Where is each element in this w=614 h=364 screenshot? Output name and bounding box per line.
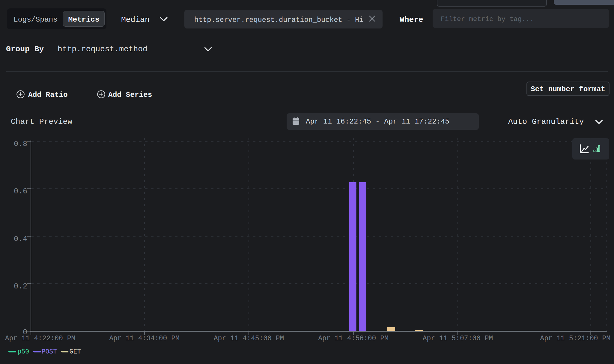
svg-text:0.2: 0.2 (14, 282, 27, 291)
svg-text:0.4: 0.4 (14, 235, 27, 243)
svg-text:Apr 11 4:56:00 PM: Apr 11 4:56:00 PM (318, 335, 389, 342)
svg-text:Apr 11 4:45:00 PM: Apr 11 4:45:00 PM (214, 335, 284, 342)
svg-text:Apr 11 5:21:00 PM: Apr 11 5:21:00 PM (540, 335, 610, 342)
svg-text:0.8: 0.8 (14, 140, 27, 148)
svg-text:GET: GET (70, 348, 81, 355)
svg-text:Apr 11 4:22:00 PM: Apr 11 4:22:00 PM (5, 335, 76, 342)
svg-text:0.6: 0.6 (14, 187, 27, 196)
svg-text:p50: p50 (18, 348, 29, 355)
svg-text:Apr 11 5:07:00 PM: Apr 11 5:07:00 PM (423, 335, 493, 342)
svg-text:Apr 11 4:34:00 PM: Apr 11 4:34:00 PM (109, 335, 180, 342)
svg-text:POST: POST (42, 348, 57, 355)
